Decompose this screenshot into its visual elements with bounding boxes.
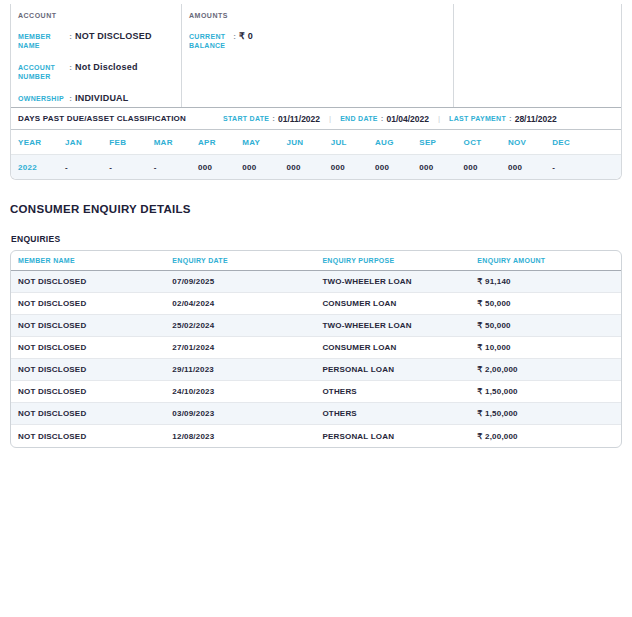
last-payment-value: 28/11/2022 bbox=[515, 114, 557, 124]
account-details-card: ACCOUNT MEMBER NAME : NOT DISCLOSED ACCO… bbox=[10, 4, 622, 180]
table-cell: PERSONAL LOAN bbox=[315, 432, 470, 441]
enquiries-table: MEMBER NAME ENQUIRY DATE ENQUIRY PURPOSE… bbox=[10, 250, 622, 448]
table-cell: 27/01/2024 bbox=[165, 343, 315, 352]
last-payment-label: LAST PAYMENT bbox=[449, 115, 506, 122]
table-row: NOT DISCLOSED02/04/2024CONSUMER LOAN₹ 50… bbox=[11, 293, 621, 315]
table-cell: CONSUMER LOAN bbox=[315, 299, 470, 308]
dpd-months-header-row: YEARJANFEBMARAPRMAYJUNJULAUGSEPOCTNOVDEC bbox=[11, 130, 621, 155]
table-cell: ₹ 1,50,000 bbox=[470, 387, 621, 396]
dpd-month-column-header: AUG bbox=[375, 138, 419, 147]
dpd-month-column-header: OCT bbox=[464, 138, 508, 147]
dpd-month-column-header: JUL bbox=[331, 138, 375, 147]
amounts-section-title: AMOUNTS bbox=[189, 12, 446, 19]
table-row: NOT DISCLOSED25/02/2024TWO-WHEELER LOAN₹… bbox=[11, 315, 621, 337]
account-section: ACCOUNT MEMBER NAME : NOT DISCLOSED ACCO… bbox=[11, 4, 182, 107]
dpd-month-value: - bbox=[65, 163, 109, 172]
field-ownership: OWNERSHIP : INDIVIDUAL bbox=[18, 94, 174, 103]
colon-separator: : bbox=[230, 32, 239, 50]
start-date-label: START DATE bbox=[223, 115, 269, 122]
dpd-year-column-header: YEAR bbox=[18, 138, 65, 147]
field-account-number: ACCOUNT NUMBER : Not Disclosed bbox=[18, 63, 174, 81]
start-date-value: 01/11/2022 bbox=[278, 114, 320, 124]
amounts-section: AMOUNTS CURRENT BALANCE : ₹ 0 bbox=[182, 4, 454, 107]
empty-section bbox=[454, 4, 621, 107]
table-cell: NOT DISCLOSED bbox=[11, 409, 165, 418]
table-cell: CONSUMER LOAN bbox=[315, 343, 470, 352]
start-date: START DATE : 01/11/2022 bbox=[223, 114, 320, 124]
dpd-title-bar: DAYS PAST DUE/ASSET CLASSIFICATION START… bbox=[11, 107, 621, 130]
dpd-month-column-header: MAY bbox=[242, 138, 286, 147]
dpd-month-value: 000 bbox=[375, 163, 419, 172]
consumer-enquiry-details-heading: CONSUMER ENQUIRY DETAILS bbox=[10, 203, 191, 215]
table-cell: ₹ 50,000 bbox=[470, 299, 621, 308]
colon-separator: : bbox=[506, 114, 515, 123]
table-row: NOT DISCLOSED07/09/2025TWO-WHEELER LOAN₹… bbox=[11, 271, 621, 293]
ownership-label: OWNERSHIP bbox=[18, 94, 66, 103]
end-date-value: 01/04/2022 bbox=[386, 114, 429, 124]
table-cell: 25/02/2024 bbox=[165, 321, 315, 330]
dpd-month-value: 000 bbox=[198, 163, 242, 172]
table-row: NOT DISCLOSED12/08/2023PERSONAL LOAN₹ 2,… bbox=[11, 425, 621, 447]
pipe-separator: | bbox=[429, 114, 449, 123]
table-cell: PERSONAL LOAN bbox=[315, 365, 470, 374]
table-cell: ₹ 2,00,000 bbox=[470, 432, 621, 441]
current-balance-label: CURRENT BALANCE bbox=[189, 32, 230, 50]
table-cell: ₹ 2,00,000 bbox=[470, 365, 621, 374]
table-cell: NOT DISCLOSED bbox=[11, 277, 165, 286]
dpd-month-column-header: NOV bbox=[508, 138, 552, 147]
dpd-month-column-header: DEC bbox=[552, 138, 596, 147]
table-row: NOT DISCLOSED27/01/2024CONSUMER LOAN₹ 10… bbox=[11, 337, 621, 359]
colon-separator: : bbox=[66, 63, 75, 81]
table-cell: ₹ 10,000 bbox=[470, 343, 621, 352]
enquiry-date-column-header: ENQUIRY DATE bbox=[165, 257, 315, 264]
colon-separator: : bbox=[66, 32, 75, 50]
dpd-month-value: 000 bbox=[242, 163, 286, 172]
table-cell: 03/09/2023 bbox=[165, 409, 315, 418]
account-number-label: ACCOUNT NUMBER bbox=[18, 63, 66, 81]
dpd-title: DAYS PAST DUE/ASSET CLASSIFICATION bbox=[18, 114, 223, 123]
table-cell: TWO-WHEELER LOAN bbox=[315, 277, 470, 286]
dpd-year-data-row: 2022---000000000000000000000000- bbox=[11, 155, 621, 179]
table-row: NOT DISCLOSED03/09/2023OTHERS₹ 1,50,000 bbox=[11, 403, 621, 425]
credit-report-page: ACCOUNT MEMBER NAME : NOT DISCLOSED ACCO… bbox=[0, 0, 632, 617]
table-cell: ₹ 1,50,000 bbox=[470, 409, 621, 418]
enquiries-table-header: MEMBER NAME ENQUIRY DATE ENQUIRY PURPOSE… bbox=[11, 251, 621, 271]
dpd-month-value: 000 bbox=[464, 163, 508, 172]
dpd-month-value: 000 bbox=[419, 163, 463, 172]
dpd-year-value: 2022 bbox=[18, 163, 65, 172]
table-cell: ₹ 91,140 bbox=[470, 277, 621, 286]
table-cell: 02/04/2024 bbox=[165, 299, 315, 308]
table-cell: NOT DISCLOSED bbox=[11, 321, 165, 330]
table-cell: OTHERS bbox=[315, 387, 470, 396]
last-payment: LAST PAYMENT : 28/11/2022 bbox=[449, 114, 557, 124]
dpd-month-value: 000 bbox=[331, 163, 375, 172]
account-section-title: ACCOUNT bbox=[18, 12, 174, 19]
dpd-month-column-header: SEP bbox=[419, 138, 463, 147]
dpd-month-column-header: APR bbox=[198, 138, 242, 147]
account-number-value: Not Disclosed bbox=[75, 63, 138, 81]
dpd-month-column-header: JUN bbox=[286, 138, 330, 147]
table-row: NOT DISCLOSED24/10/2023OTHERS₹ 1,50,000 bbox=[11, 381, 621, 403]
dpd-month-value: 000 bbox=[508, 163, 552, 172]
dpd-month-column-header: FEB bbox=[109, 138, 153, 147]
dpd-month-value: - bbox=[552, 163, 596, 172]
end-date: END DATE : 01/04/2022 bbox=[340, 114, 429, 124]
member-name-value: NOT DISCLOSED bbox=[75, 32, 152, 50]
table-row: NOT DISCLOSED29/11/2023PERSONAL LOAN₹ 2,… bbox=[11, 359, 621, 381]
enquiry-amount-column-header: ENQUIRY AMOUNT bbox=[470, 257, 621, 264]
account-columns: ACCOUNT MEMBER NAME : NOT DISCLOSED ACCO… bbox=[11, 4, 621, 107]
table-cell: 12/08/2023 bbox=[165, 432, 315, 441]
ownership-value: INDIVIDUAL bbox=[75, 94, 129, 103]
end-date-label: END DATE bbox=[340, 115, 378, 122]
table-cell: NOT DISCLOSED bbox=[11, 365, 165, 374]
member-name-column-header: MEMBER NAME bbox=[11, 257, 165, 264]
table-cell: TWO-WHEELER LOAN bbox=[315, 321, 470, 330]
dpd-meta: START DATE : 01/11/2022 | END DATE : 01/… bbox=[223, 114, 557, 124]
field-member-name: MEMBER NAME : NOT DISCLOSED bbox=[18, 32, 174, 50]
dpd-month-value: 000 bbox=[286, 163, 330, 172]
enquiries-table-body: NOT DISCLOSED07/09/2025TWO-WHEELER LOAN₹… bbox=[11, 271, 621, 447]
table-cell: OTHERS bbox=[315, 409, 470, 418]
enquiries-subheading: ENQUIRIES bbox=[11, 234, 60, 244]
table-cell: 24/10/2023 bbox=[165, 387, 315, 396]
table-cell: ₹ 50,000 bbox=[470, 321, 621, 330]
